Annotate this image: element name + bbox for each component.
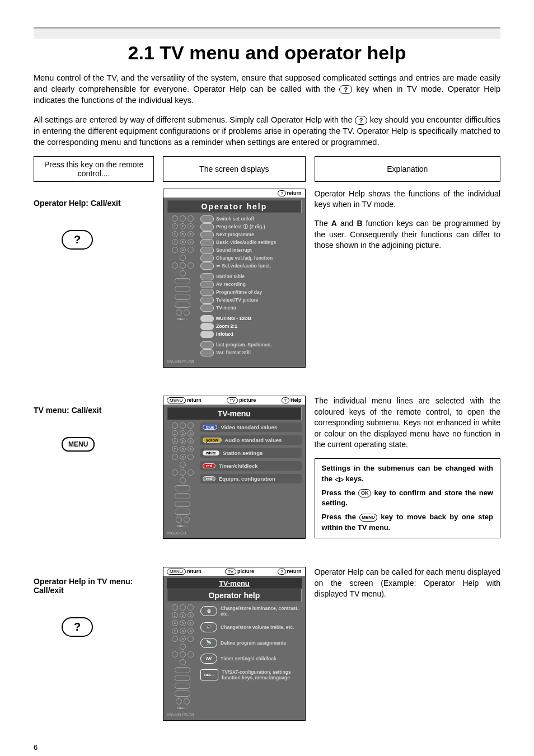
remote-icon-2: 123 456 789 0 REC ○ (167, 422, 198, 528)
row1-explain-1: Operator Help shows the functions of the… (315, 189, 500, 210)
top-rule (34, 27, 500, 39)
row2-top-right-key: ? (282, 397, 289, 403)
page-number: 6 (34, 726, 500, 752)
menu-key-icon: MENU (359, 514, 377, 522)
row3-screen: MENUreturn TVpicture ?return TV-menu Ope… (163, 567, 306, 721)
row2-top-right: Help (291, 397, 302, 403)
row2-note-box: Settings in the submenus can be changed … (315, 458, 500, 538)
row1-top-return-key: ? (278, 190, 285, 196)
oh2-timer: AVTimer settings/ childlock (200, 652, 302, 665)
row3-footer: 698-HELP2-GB (167, 710, 302, 717)
menu-item-audio: yellowAudio standard values (200, 435, 302, 445)
row1-lines: Switch set on/off Prog select ⓘ (2 dig.)… (200, 215, 302, 356)
row2-screen: MENUreturn TVpicture ?Help TV-menu 123 4… (163, 396, 306, 539)
row1-footer: 698-HELP1-GB (167, 356, 302, 364)
row3-explanation: Operator Help can be called for each men… (315, 567, 500, 608)
row2-top-left-key: MENU (167, 397, 186, 403)
intro-paragraph-2: All settings are entered by way of diffe… (34, 114, 500, 148)
antenna-icon: 📡 (200, 638, 217, 648)
row3-top-mid-key: TV (225, 569, 236, 575)
row1-title: Operator Help: Call/exit (34, 199, 154, 208)
row3-key: ? (62, 617, 93, 637)
row1-screen-title: Operator help (167, 200, 302, 213)
row3-top-mid: picture (237, 569, 254, 574)
oh2-luminance: ◎Change/store luminance, contrast, etc. (200, 604, 302, 618)
speaker-icon: 🔊 (200, 622, 217, 632)
row3-title2: Operator help (167, 589, 302, 602)
row-operator-help-in-menu: Operator Help in TV menu: Call/exit ? ME… (34, 567, 500, 721)
row2-top-mid: picture (239, 397, 256, 403)
row1-explanation: Operator Help shows the functions of the… (315, 189, 500, 259)
eye-icon: ◎ (200, 606, 217, 616)
intro-paragraph-1: Menu control of the TV, and the versatil… (34, 72, 500, 106)
row-operator-help: Operator Help: Call/exit ? ?return Opera… (34, 189, 500, 368)
left-right-arrows-icon (335, 475, 344, 483)
oh2-program: 📡Define program assignments (200, 637, 302, 649)
menu-item-equipm: redEquipm. configuration (200, 474, 302, 483)
row1-top-return: return (287, 190, 302, 196)
row2-footer: 698-01-GB (167, 528, 302, 535)
row3-items: ◎Change/store luminance, contrast, etc. … (200, 604, 302, 710)
menu-item-timer: redTimer/childlock (200, 461, 302, 471)
header-mid: The screen displays (163, 156, 305, 182)
row2-top-mid-key: TV (227, 397, 238, 403)
menu-item-station: whiteStation settings (200, 448, 302, 458)
intro-2a: All settings are entered by way of diffe… (34, 115, 355, 124)
av-icon: AV (200, 654, 217, 664)
row3-explain: Operator Help can be called for each men… (315, 567, 500, 600)
menu-item-video: blueVideo standard values (200, 422, 302, 432)
row3-top-left-key: MENU (167, 569, 186, 575)
oh2-volume: 🔊Change/store volume treble, etc. (200, 621, 302, 633)
row1-explain-2: The A and B function keys can be program… (315, 218, 500, 251)
row3-title1: TV-menu (167, 578, 302, 589)
row3-title: Operator Help in TV menu: Call/exit (34, 577, 154, 595)
row3-top-right: return (287, 569, 302, 574)
row1-screen: ?return Operator help 123 456 789 0 (163, 189, 306, 368)
row2-top-left: return (187, 397, 202, 403)
page-title: 2.1 TV menu and operator help (34, 42, 500, 64)
help-key-inline-1: ? (339, 85, 352, 94)
oh2-config: REC ○TV/SAT-configuration, settings func… (200, 668, 302, 682)
row3-top-right-key: ? (278, 569, 285, 575)
row2-menu-list: blueVideo standard values yellowAudio st… (200, 422, 302, 528)
row2-key: MENU (62, 437, 95, 452)
columns-header: Press this key on the remote control....… (34, 156, 500, 182)
row1-key: ? (62, 230, 93, 250)
row2-title: TV menu: Call/exit (34, 406, 154, 415)
help-key-inline-2: ? (355, 116, 368, 125)
header-left: Press this key on the remote control.... (34, 156, 154, 182)
ok-key-icon: OK (358, 489, 372, 497)
remote-icon: 123 456 789 0 REC ○ (167, 215, 198, 356)
row2-explain: The individual menu lines are selected w… (315, 396, 500, 450)
row2-screen-title: TV-menu (167, 407, 302, 420)
row2-explanation: The individual menu lines are selected w… (315, 396, 500, 538)
header-right: Explanation (315, 156, 500, 182)
row-tv-menu: TV menu: Call/exit MENU MENUreturn TVpic… (34, 396, 500, 539)
row3-top-left: return (187, 569, 202, 574)
rec-icon: REC ○ (200, 669, 218, 680)
remote-icon-3: 123 456 789 0 REC ○ (167, 604, 198, 710)
